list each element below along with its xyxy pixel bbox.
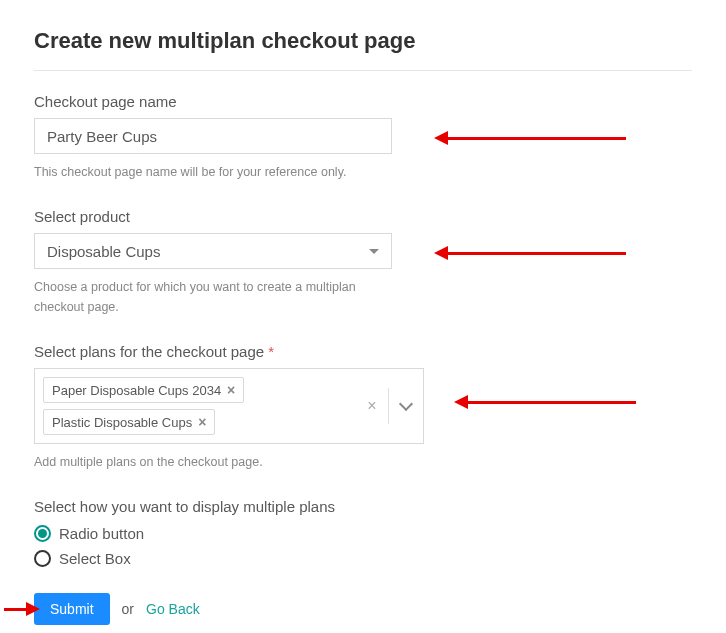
product-select-value: Disposable Cups (47, 243, 160, 260)
submit-button[interactable]: Submit (34, 593, 110, 625)
divider (34, 70, 692, 71)
field-checkout-name: Checkout page name This checkout page na… (34, 93, 692, 182)
radio-label: Select Box (59, 550, 131, 567)
multiselect-toggle[interactable] (389, 403, 423, 409)
caret-down-icon (369, 249, 379, 254)
plans-helper: Add multiple plans on the checkout page. (34, 452, 392, 472)
chevron-down-icon (399, 397, 413, 411)
product-helper: Choose a product for which you want to c… (34, 277, 392, 317)
product-label: Select product (34, 208, 692, 225)
arrow-annotation-icon (464, 401, 636, 404)
remove-tag-icon[interactable]: × (227, 382, 235, 398)
field-select-plans: Select plans for the checkout page * Pap… (34, 343, 692, 472)
plans-multiselect[interactable]: Paper Disposable Cups 2034 × Plastic Dis… (34, 368, 424, 444)
page-title: Create new multiplan checkout page (34, 28, 692, 54)
field-select-product: Select product Disposable Cups Choose a … (34, 208, 692, 317)
plan-tag: Plastic Disposable Cups × (43, 409, 215, 435)
or-text: or (122, 601, 134, 617)
radio-indicator-icon (34, 550, 51, 567)
plans-tags-area: Paper Disposable Cups 2034 × Plastic Dis… (35, 369, 356, 443)
form-actions: Submit or Go Back (34, 593, 692, 625)
arrow-annotation-icon (4, 608, 30, 611)
checkout-name-input[interactable] (34, 118, 392, 154)
plans-label-text: Select plans for the checkout page (34, 343, 264, 360)
remove-tag-icon[interactable]: × (198, 414, 206, 430)
arrow-annotation-icon (444, 252, 626, 255)
go-back-link[interactable]: Go Back (146, 601, 200, 617)
plan-tag: Paper Disposable Cups 2034 × (43, 377, 244, 403)
field-display-mode: Select how you want to display multiple … (34, 498, 692, 567)
arrow-annotation-icon (444, 137, 626, 140)
display-radio-group: Radio button Select Box (34, 525, 692, 567)
plan-tag-label: Plastic Disposable Cups (52, 415, 192, 430)
plans-label: Select plans for the checkout page * (34, 343, 692, 360)
required-asterisk: * (268, 343, 274, 360)
radio-indicator-icon (34, 525, 51, 542)
product-select[interactable]: Disposable Cups (34, 233, 392, 269)
checkout-name-helper: This checkout page name will be for your… (34, 162, 392, 182)
radio-label: Radio button (59, 525, 144, 542)
radio-option-select-box[interactable]: Select Box (34, 550, 692, 567)
clear-all-icon[interactable]: × (356, 397, 388, 415)
multiselect-controls: × (356, 369, 423, 443)
plan-tag-label: Paper Disposable Cups 2034 (52, 383, 221, 398)
radio-option-radio-button[interactable]: Radio button (34, 525, 692, 542)
display-label: Select how you want to display multiple … (34, 498, 692, 515)
checkout-name-label: Checkout page name (34, 93, 692, 110)
